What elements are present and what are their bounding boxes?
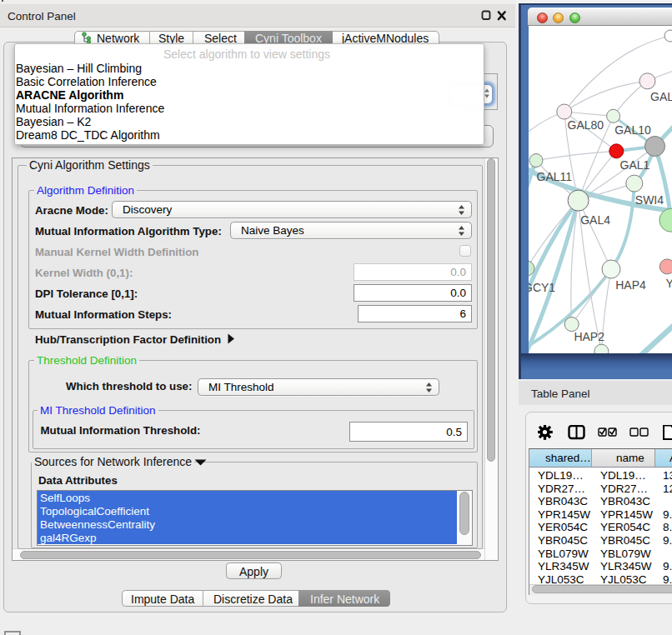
svg-text:GAL1: GAL1 bbox=[620, 158, 650, 172]
svg-text:HAP2: HAP2 bbox=[574, 330, 604, 343]
svg-text:SWI4: SWI4 bbox=[635, 193, 664, 207]
svg-text:GAL11: GAL11 bbox=[537, 170, 573, 183]
svg-text:GCY1: GCY1 bbox=[529, 281, 555, 294]
svg-text:GAL80: GAL80 bbox=[568, 118, 604, 132]
svg-text:Y: Y bbox=[666, 277, 672, 290]
svg-text:HAP4: HAP4 bbox=[615, 278, 646, 292]
svg-text:GAL4: GAL4 bbox=[580, 213, 610, 227]
svg-text:GAL: GAL bbox=[650, 90, 672, 103]
svg-text:GAL10: GAL10 bbox=[614, 123, 651, 137]
